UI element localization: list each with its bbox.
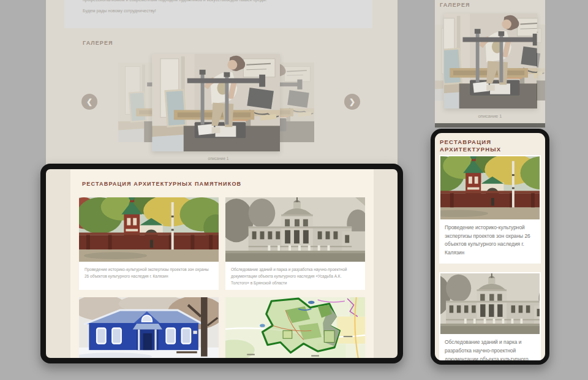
gallery-photo [118,63,153,142]
carousel-next-button[interactable]: ❯ [344,94,360,110]
desktop-page-preview: профессионализмом и современным подходом… [46,0,398,165]
responsive-preview-canvas: { "canvas_bg": "#afafaf", "desktop_previ… [0,0,588,380]
restoration-card-grid: Проведение историко-культурной экспертиз… [79,197,365,362]
district-map-image [225,297,365,362]
mansion-photo [225,197,365,262]
mansion-photo [440,273,540,334]
restoration-card-district-map[interactable] [225,297,365,362]
gallery-photo [444,13,537,108]
chevron-left-icon: ❮ [86,97,92,106]
blue-house-photo [79,297,219,362]
church-photo [79,197,219,262]
restoration-section-title: РЕСТАВРАЦИЯ АРХИТЕКТУРНЫХ ПАМЯТНИКОВ [82,181,241,188]
restoration-card-kalyazin[interactable]: Проведение историко-культурной экспертиз… [79,197,219,290]
gallery-section-title: ГАЛЕРЕЯ [83,40,113,46]
carousel-prev-button[interactable]: ❮ [81,94,97,110]
church-photo [440,156,540,219]
gallery-photo [280,63,314,142]
tablet-device-frame: РЕСТАВРАЦИЯ АРХИТЕКТУРНЫХ ПАМЯТНИКОВ Про… [40,164,403,363]
card-caption: Проведение историко-культурной экспертиз… [79,262,219,290]
card-caption: Обследование зданий и парка и разработка… [440,334,540,365]
gallery-photo [152,54,280,151]
phone-device-frame: РЕСТАВРАЦИЯ АРХИТЕКТУРНЫХ ПАМЯТНИКОВ Про… [431,129,549,365]
card-caption: Проведение историко-культурной экспертиз… [440,219,540,262]
slide-caption: описание 1 [64,156,372,161]
page-footer-bar [435,123,545,127]
restoration-card-tolstoy-estate[interactable]: Обследование зданий и парка и разработка… [225,197,365,290]
intro-line-clipped: профессионализмом и современным подходом… [83,0,267,2]
restoration-card-kalyazin[interactable]: Проведение историко-культурной экспертиз… [439,155,541,264]
gallery-section-title: ГАЛЕРЕЯ [440,2,470,8]
restoration-card-blue-house[interactable] [79,297,219,362]
mobile-page-preview: ГАЛЕРЕЯ описание 1 [435,0,545,127]
carousel-slide-current[interactable] [152,54,280,151]
carousel-slide-next[interactable] [280,63,314,142]
gallery-photo [435,25,443,101]
carousel-slide-previous[interactable] [435,25,443,101]
card-caption: Обследование зданий и парка и разработка… [225,262,365,290]
intro-line: Будем рады новому сотрудничеству! [83,9,156,13]
gallery-photo [537,25,545,101]
restoration-card-list: Проведение историко-культурной экспертиз… [439,155,541,365]
carousel-slide-current[interactable] [444,13,537,108]
carousel-slide-next[interactable] [537,25,545,101]
restoration-card-tolstoy-estate[interactable]: Обследование зданий и парка и разработка… [439,272,541,365]
chevron-right-icon: ❯ [349,97,355,106]
slide-caption: описание 1 [435,113,545,119]
carousel-slide-previous[interactable] [118,63,153,142]
intro-text-block: профессионализмом и современным подходом… [64,0,372,28]
